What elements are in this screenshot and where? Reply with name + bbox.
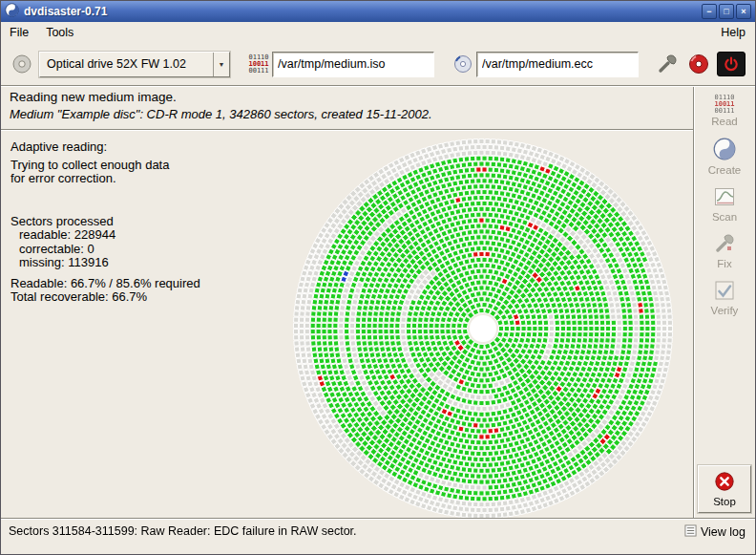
image-file-icon: 01110 10011 00111 xyxy=(245,51,272,77)
quit-power-button[interactable] xyxy=(717,52,746,76)
checkmark-icon xyxy=(714,280,735,304)
create-button[interactable]: Create xyxy=(697,135,752,179)
titlebar[interactable]: dvdisaster-0.71 − □ × xyxy=(1,1,755,22)
verify-label: Verify xyxy=(711,305,739,316)
power-icon xyxy=(723,55,740,73)
strategy-desc-line2: for error correction. xyxy=(10,172,244,186)
menubar: File Tools Help xyxy=(1,22,755,43)
app-icon xyxy=(5,3,19,20)
ecc-file-icon xyxy=(450,51,476,77)
chevron-down-icon: ▼ xyxy=(213,53,229,76)
close-button[interactable]: × xyxy=(736,4,751,19)
window-controls: − □ × xyxy=(702,4,751,19)
yin-yang-icon xyxy=(713,138,736,163)
stop-label: Stop xyxy=(713,496,736,507)
stop-button[interactable]: Stop xyxy=(698,465,751,513)
menu-help[interactable]: Help xyxy=(711,23,755,42)
sectors-missing: missing: 113916 xyxy=(10,256,244,270)
wrench-icon xyxy=(714,233,735,257)
view-log-button[interactable]: View log xyxy=(682,524,747,540)
log-list-icon xyxy=(684,524,697,540)
minimize-button[interactable]: − xyxy=(702,4,717,19)
scan-chart-icon xyxy=(714,186,735,210)
strategy-title: Adaptive reading: xyxy=(10,140,244,155)
reading-info-panel: Adaptive reading: Trying to collect enou… xyxy=(10,140,244,305)
strategy-desc-line1: Trying to collect enough data xyxy=(10,159,244,173)
view-log-label: View log xyxy=(701,525,746,539)
action-sidebar: 01110 10011 00111 Read Create xyxy=(693,87,755,520)
toolbar: Optical drive 52X FW 1.02 ▼ 01110 10011 … xyxy=(1,43,755,85)
medium-info-line: Medium "Example disc": CD-R mode 1, 3428… xyxy=(10,107,432,121)
maximize-button[interactable]: □ xyxy=(719,4,734,19)
disc-eject-icon[interactable] xyxy=(685,51,712,77)
read-button[interactable]: 01110 10011 00111 Read xyxy=(697,92,752,130)
stop-icon xyxy=(714,471,735,495)
menu-file[interactable]: File xyxy=(1,23,37,42)
drive-status-icon xyxy=(9,51,35,77)
sectors-processed-title: Sectors processed xyxy=(10,215,244,229)
disc-sector-map xyxy=(245,131,694,520)
scan-button[interactable]: Scan xyxy=(697,183,752,225)
drive-select[interactable]: Optical drive 52X FW 1.02 ▼ xyxy=(39,52,230,77)
preferences-wrench-icon[interactable] xyxy=(654,51,681,77)
readable-percentage: Readable: 66.7% / 85.6% required xyxy=(10,277,244,291)
fix-button[interactable]: Fix xyxy=(697,230,752,272)
scan-label: Scan xyxy=(712,211,737,223)
app-window: dvdisaster-0.71 − □ × File Tools Help Op… xyxy=(0,0,756,555)
read-label: Read xyxy=(711,116,738,127)
statusbar: Sectors 311584-311599: Raw Reader: EDC f… xyxy=(1,518,755,554)
window-title: dvdisaster-0.71 xyxy=(24,5,697,18)
read-binary-icon: 01110 10011 00111 xyxy=(714,95,734,115)
create-label: Create xyxy=(708,164,742,176)
verify-button[interactable]: Verify xyxy=(697,277,752,319)
sectors-readable: readable: 228944 xyxy=(10,228,244,243)
statusbar-message: Sectors 311584-311599: Raw Reader: EDC f… xyxy=(9,524,357,538)
fix-label: Fix xyxy=(717,258,731,269)
sectors-correctable: correctable: 0 xyxy=(10,243,244,257)
iso-path-input[interactable] xyxy=(272,52,434,77)
ecc-path-input[interactable] xyxy=(476,52,639,77)
status-heading: Reading new medium image. xyxy=(10,90,177,104)
menu-tools[interactable]: Tools xyxy=(37,23,82,42)
drive-select-value: Optical drive 52X FW 1.02 xyxy=(40,57,213,71)
toolbar-separator xyxy=(1,85,755,87)
total-recoverable: Total recoverable: 66.7% xyxy=(10,290,244,305)
